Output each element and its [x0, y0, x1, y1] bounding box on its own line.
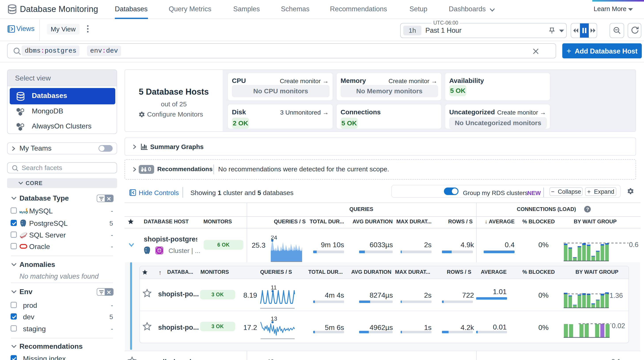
svg-text:11: 11	[271, 284, 277, 291]
svg-text:0.6: 0.6	[629, 242, 638, 249]
svg-text:?: ?	[586, 207, 589, 212]
svg-text:0.02: 0.02	[612, 322, 625, 330]
svg-text:13: 13	[271, 316, 277, 322]
svg-text:MySQL: MySQL	[20, 211, 28, 214]
svg-text:1.36: 1.36	[610, 292, 623, 299]
